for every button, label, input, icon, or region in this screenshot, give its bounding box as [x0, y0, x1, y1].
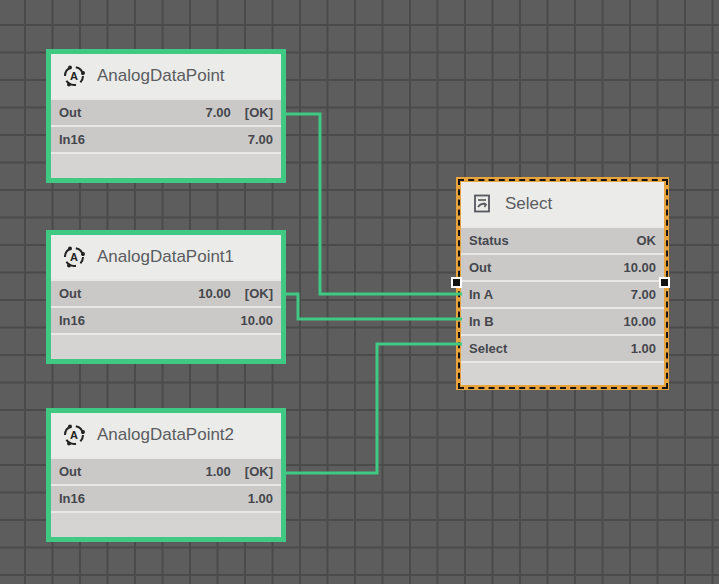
resize-handle-right[interactable]: [659, 277, 670, 288]
slot-out[interactable]: Out 7.00 [OK]: [51, 100, 281, 125]
slot-label: Out: [59, 105, 81, 120]
wire-sheet-canvas: { "app": {"view": "wire-sheet"}, "colors…: [0, 0, 719, 584]
slot-empty: [461, 363, 664, 385]
node-header[interactable]: A AnalogDataPoint: [51, 54, 281, 98]
slot-value: 7.00: [631, 287, 656, 302]
node-analogdatapoint[interactable]: A AnalogDataPoint Out 7.00 [OK] In16 7.0…: [46, 49, 286, 183]
slot-in16[interactable]: In16 10.00: [51, 308, 281, 333]
slot-value: 10.00: [240, 313, 273, 328]
slot-label: Out: [59, 464, 81, 479]
node-header[interactable]: Select: [461, 182, 664, 226]
slot-status: [OK]: [245, 286, 273, 301]
slot-value: 10.00: [623, 260, 656, 275]
resize-handle-left[interactable]: [451, 277, 462, 288]
node-analogdatapoint2[interactable]: A AnalogDataPoint2 Out 1.00 [OK] In16 1.…: [46, 408, 286, 542]
wire-out-to-inA[interactable]: [282, 114, 462, 294]
analog-point-icon: A: [61, 244, 87, 270]
slot-label: In A: [469, 287, 493, 302]
slot-in16[interactable]: In16 7.00: [51, 127, 281, 152]
node-analogdatapoint1[interactable]: A AnalogDataPoint1 Out 10.00 [OK] In16 1…: [46, 230, 286, 364]
svg-text:A: A: [70, 429, 78, 441]
slot-value: 7.00: [206, 105, 231, 120]
slot-value: OK: [637, 233, 657, 248]
node-select[interactable]: Select Status OK Out 10.00 In A 7.00 In …: [456, 177, 669, 390]
slot-in-a[interactable]: In A 7.00: [461, 282, 664, 307]
slot-label: Select: [469, 341, 507, 356]
slot-in-b[interactable]: In B 10.00: [461, 309, 664, 334]
slot-label: In B: [469, 314, 494, 329]
slot-value: 10.00: [198, 286, 231, 301]
analog-point-icon: A: [61, 63, 87, 89]
slot-label: Out: [469, 260, 491, 275]
slot-label: In16: [59, 132, 85, 147]
node-title: AnalogDataPoint: [97, 66, 225, 86]
slot-out[interactable]: Out 1.00 [OK]: [51, 459, 281, 484]
node-header[interactable]: A AnalogDataPoint2: [51, 413, 281, 457]
node-title: AnalogDataPoint1: [97, 247, 234, 267]
slot-empty: [51, 335, 281, 359]
node-title: Select: [505, 194, 552, 214]
slot-value: 1.00: [631, 341, 656, 356]
slot-status: [OK]: [245, 464, 273, 479]
slot-empty: [51, 154, 281, 178]
node-header[interactable]: A AnalogDataPoint1: [51, 235, 281, 279]
wire-out-to-inB[interactable]: [282, 294, 462, 319]
slot-value: 7.00: [248, 132, 273, 147]
slot-value: 10.00: [623, 314, 656, 329]
slot-label: In16: [59, 313, 85, 328]
slot-status[interactable]: Status OK: [461, 228, 664, 253]
slot-select[interactable]: Select 1.00: [461, 336, 664, 361]
slot-empty: [51, 513, 281, 537]
select-icon: [471, 192, 495, 216]
node-title: AnalogDataPoint2: [97, 425, 234, 445]
slot-status: [OK]: [245, 105, 273, 120]
svg-text:A: A: [70, 251, 78, 263]
svg-text:A: A: [70, 70, 78, 82]
slot-value: 1.00: [248, 491, 273, 506]
slot-value: 1.00: [206, 464, 231, 479]
slot-out[interactable]: Out 10.00 [OK]: [51, 281, 281, 306]
slot-out[interactable]: Out 10.00: [461, 255, 664, 280]
slot-label: Status: [469, 233, 509, 248]
analog-point-icon: A: [61, 422, 87, 448]
slot-label: In16: [59, 491, 85, 506]
wire-out-to-select[interactable]: [282, 344, 462, 473]
slot-in16[interactable]: In16 1.00: [51, 486, 281, 511]
slot-label: Out: [59, 286, 81, 301]
